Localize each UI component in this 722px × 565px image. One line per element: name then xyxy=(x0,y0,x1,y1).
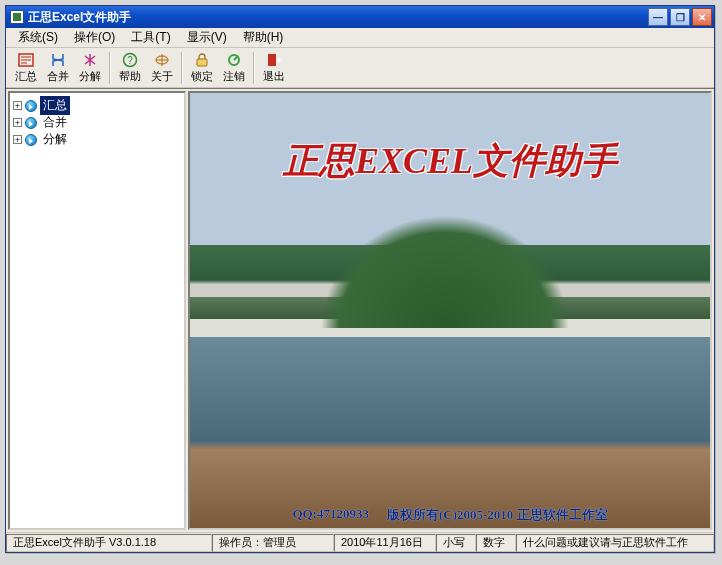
summary-icon xyxy=(18,52,34,68)
body: + 汇总 + 合并 + 分解 正思EXCEL文件助手 QQ:47120933 xyxy=(6,88,714,532)
minimize-button[interactable]: — xyxy=(648,8,668,26)
overlay-footer: QQ:47120933 版权所有(C)2005-2010 正思软件工作室 xyxy=(190,506,710,524)
tb-split[interactable]: 分解 xyxy=(74,50,106,86)
toolbar-group-exit: 退出 xyxy=(258,50,290,86)
node-icon xyxy=(25,100,37,112)
tree-item-split[interactable]: + 分解 xyxy=(13,131,181,148)
status-caps: 小写 xyxy=(436,534,476,552)
expand-icon[interactable]: + xyxy=(13,101,22,110)
menu-operate[interactable]: 操作(O) xyxy=(68,27,121,48)
qq-text: QQ:47120933 xyxy=(292,506,369,524)
tb-exit[interactable]: 退出 xyxy=(258,50,290,86)
restore-button[interactable]: ❐ xyxy=(670,8,690,26)
expand-icon[interactable]: + xyxy=(13,135,22,144)
menu-view[interactable]: 显示(V) xyxy=(181,27,233,48)
exit-icon xyxy=(266,52,282,68)
status-product: 正思Excel文件助手 V3.0.1.18 xyxy=(6,534,212,552)
status-date: 2010年11月16日 xyxy=(334,534,436,552)
tb-help[interactable]: ? 帮助 xyxy=(114,50,146,86)
tree-item-merge[interactable]: + 合并 xyxy=(13,114,181,131)
window-title: 正思Excel文件助手 xyxy=(28,9,648,26)
about-icon xyxy=(154,52,170,68)
tb-about[interactable]: 关于 xyxy=(146,50,178,86)
node-icon xyxy=(25,117,37,129)
tb-label: 合并 xyxy=(47,69,69,84)
lock-icon xyxy=(194,52,210,68)
node-icon xyxy=(25,134,37,146)
content-viewer: 正思EXCEL文件助手 QQ:47120933 版权所有(C)2005-2010… xyxy=(188,91,712,530)
expand-icon[interactable]: + xyxy=(13,118,22,127)
menu-help[interactable]: 帮助(H) xyxy=(237,27,290,48)
tree-panel[interactable]: + 汇总 + 合并 + 分解 xyxy=(8,91,186,530)
app-icon xyxy=(10,10,24,24)
tb-label: 分解 xyxy=(79,69,101,84)
tb-label: 汇总 xyxy=(15,69,37,84)
split-icon xyxy=(82,52,98,68)
toolbar-separator xyxy=(109,52,111,84)
toolbar: 汇总 合并 分解 ? 帮助 关于 xyxy=(6,48,714,88)
tree-label: 分解 xyxy=(40,130,70,149)
toolbar-separator xyxy=(253,52,255,84)
tb-label: 关于 xyxy=(151,69,173,84)
window-controls: — ❐ ✕ xyxy=(648,8,712,26)
statusbar: 正思Excel文件助手 V3.0.1.18 操作员：管理员 2010年11月16… xyxy=(6,532,714,552)
tb-lock[interactable]: 锁定 xyxy=(186,50,218,86)
help-icon: ? xyxy=(122,52,138,68)
logout-icon xyxy=(226,52,242,68)
tb-label: 帮助 xyxy=(119,69,141,84)
tb-label: 锁定 xyxy=(191,69,213,84)
app-window: 正思Excel文件助手 — ❐ ✕ 系统(S) 操作(O) 工具(T) 显示(V… xyxy=(5,5,715,553)
tb-label: 注销 xyxy=(223,69,245,84)
tb-logout[interactable]: 注销 xyxy=(218,50,250,86)
headline-text: 正思EXCEL文件助手 xyxy=(190,137,710,186)
tb-merge[interactable]: 合并 xyxy=(42,50,74,86)
merge-icon xyxy=(50,52,66,68)
status-num: 数字 xyxy=(476,534,516,552)
tree-item-summary[interactable]: + 汇总 xyxy=(13,97,181,114)
close-button[interactable]: ✕ xyxy=(692,8,712,26)
titlebar: 正思Excel文件助手 — ❐ ✕ xyxy=(6,6,714,28)
tb-label: 退出 xyxy=(263,69,285,84)
tb-summary[interactable]: 汇总 xyxy=(10,50,42,86)
svg-text:?: ? xyxy=(127,55,133,66)
status-message: 什么问题或建议请与正思软件工作 xyxy=(516,534,714,552)
copyright-text: 版权所有(C)2005-2010 正思软件工作室 xyxy=(387,506,608,524)
menu-tools[interactable]: 工具(T) xyxy=(125,27,176,48)
toolbar-group-help: ? 帮助 关于 xyxy=(114,50,178,86)
toolbar-group-session: 锁定 注销 xyxy=(186,50,250,86)
toolbar-separator xyxy=(181,52,183,84)
svg-rect-3 xyxy=(197,59,207,66)
status-operator: 操作员：管理员 xyxy=(212,534,334,552)
svg-rect-5 xyxy=(268,54,276,66)
menu-system[interactable]: 系统(S) xyxy=(12,27,64,48)
toolbar-group-ops: 汇总 合并 分解 xyxy=(10,50,106,86)
menubar: 系统(S) 操作(O) 工具(T) 显示(V) 帮助(H) xyxy=(6,28,714,48)
